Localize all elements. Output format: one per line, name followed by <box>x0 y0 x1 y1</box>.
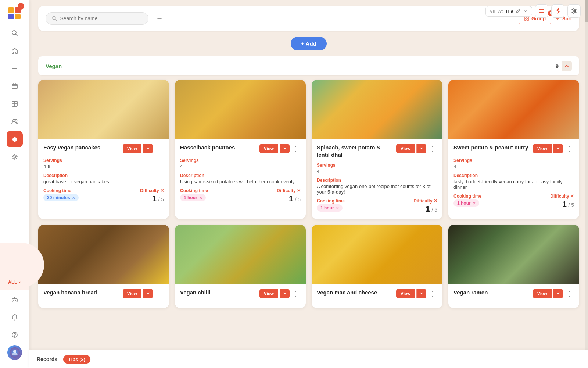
card-actions: View ⋮ <box>259 144 301 153</box>
card-more-menu[interactable]: ⋮ <box>154 145 164 153</box>
description-value: Using same-sized potatoes will help them… <box>180 179 301 184</box>
svg-line-5 <box>16 34 18 36</box>
edit-icon <box>516 8 521 14</box>
group-header: Vegan 9 <box>38 56 579 75</box>
cooking-time-section: Cooking time 30 minutes ✕ <box>43 188 140 201</box>
card-body: Easy vegan pancakes View ⋮ Servings 4-6 … <box>38 139 169 209</box>
view-dropdown[interactable] <box>280 289 290 298</box>
view-dropdown[interactable] <box>416 144 426 153</box>
sidebar-item-bell[interactable] <box>7 309 23 325</box>
search-input-wrap[interactable] <box>46 12 148 25</box>
card-more-menu[interactable]: ⋮ <box>291 290 301 298</box>
recipe-card: Vegan chilli View ⋮ <box>175 225 306 308</box>
card-actions: View ⋮ <box>396 289 437 298</box>
difficulty-label: Difficulty ✕ <box>277 188 301 193</box>
svg-rect-19 <box>12 298 17 302</box>
card-more-menu[interactable]: ⋮ <box>428 145 437 153</box>
user-avatar[interactable] <box>7 344 23 361</box>
view-value: Tile <box>505 8 513 14</box>
view-selector[interactable]: VIEW: Tile <box>485 6 532 17</box>
toolbar-flash-btn[interactable] <box>551 4 564 18</box>
view-button[interactable]: View <box>259 144 278 153</box>
sidebar-all-button[interactable]: ALL » <box>0 274 29 290</box>
svg-rect-3 <box>15 14 21 19</box>
view-dropdown[interactable] <box>416 289 426 298</box>
time-tag-close[interactable]: ✕ <box>336 206 339 210</box>
difficulty-section: Difficulty ✕ 1 / 5 <box>413 198 437 214</box>
svg-point-23 <box>14 297 15 298</box>
servings-value: 4-6 <box>43 164 164 169</box>
view-dropdown[interactable] <box>553 289 563 298</box>
recipe-card: Sweet potato & peanut curry View ⋮ Servi… <box>448 80 579 219</box>
sidebar-item-search[interactable] <box>7 25 23 41</box>
view-button[interactable]: View <box>533 289 552 298</box>
view-dropdown[interactable] <box>143 144 153 153</box>
cooking-time-section: Cooking time 1 hour ✕ <box>180 188 277 201</box>
sidebar-item-people[interactable] <box>7 113 23 130</box>
cards-grid: Easy vegan pancakes View ⋮ Servings 4-6 … <box>38 80 579 308</box>
recipe-card: Easy vegan pancakes View ⋮ Servings 4-6 … <box>38 80 169 219</box>
time-tag-close[interactable]: ✕ <box>72 196 75 200</box>
app-logo[interactable]: › <box>7 4 23 21</box>
toolbar-sliders-btn[interactable] <box>567 4 581 18</box>
svg-rect-43 <box>524 19 526 20</box>
svg-rect-9 <box>12 84 17 89</box>
view-button[interactable]: View <box>123 289 141 298</box>
toolbar-list-btn[interactable] <box>535 4 548 18</box>
sidebar-item-settings[interactable] <box>7 149 23 165</box>
sidebar-item-list[interactable] <box>7 60 23 77</box>
recipe-card: Spinach, sweet potato & lentil dhal View… <box>312 80 442 219</box>
difficulty-close[interactable]: ✕ <box>160 188 164 193</box>
view-dropdown[interactable] <box>143 289 153 298</box>
description-label: Description <box>43 173 164 178</box>
view-button[interactable]: View <box>123 144 141 153</box>
svg-rect-45 <box>527 19 529 20</box>
search-left <box>46 12 166 25</box>
svg-point-35 <box>574 10 576 12</box>
card-more-menu[interactable]: ⋮ <box>564 145 574 153</box>
card-image <box>312 225 442 284</box>
card-title-row: Vegan banana bread View ⋮ <box>43 289 164 298</box>
card-image <box>175 225 306 284</box>
difficulty-close[interactable]: ✕ <box>570 194 574 199</box>
cooking-time-label: Cooking time <box>317 198 413 204</box>
svg-point-36 <box>573 12 574 13</box>
add-button[interactable]: + Add <box>291 37 327 50</box>
sidebar-item-bot[interactable] <box>7 291 23 308</box>
sidebar-item-home[interactable] <box>7 43 23 59</box>
servings-value: 4 <box>453 164 574 169</box>
search-input[interactable] <box>60 15 142 21</box>
time-tag-close[interactable]: ✕ <box>473 201 476 205</box>
svg-rect-0 <box>8 7 14 13</box>
card-body: Sweet potato & peanut curry View ⋮ Servi… <box>448 139 579 214</box>
view-dropdown[interactable] <box>553 144 563 153</box>
card-more-menu[interactable]: ⋮ <box>428 290 437 298</box>
view-button[interactable]: View <box>396 144 415 153</box>
time-tag-close[interactable]: ✕ <box>199 196 202 200</box>
group-collapse-button[interactable] <box>562 61 572 71</box>
servings-value: 4 <box>317 169 437 174</box>
servings-value: 4 <box>180 164 301 169</box>
difficulty-close[interactable]: ✕ <box>434 198 437 204</box>
card-title: Sweet potato & peanut curry <box>453 144 528 151</box>
view-button[interactable]: View <box>259 289 278 298</box>
group-header-right: 9 <box>556 61 572 71</box>
filter-button[interactable] <box>153 12 166 25</box>
card-more-menu[interactable]: ⋮ <box>154 290 164 298</box>
search-icon <box>52 15 57 21</box>
card-more-menu[interactable]: ⋮ <box>564 290 574 298</box>
card-actions: View ⋮ <box>396 144 437 153</box>
difficulty-close[interactable]: ✕ <box>297 188 301 193</box>
view-dropdown[interactable] <box>280 144 290 153</box>
top-toolbar: VIEW: Tile <box>485 4 581 18</box>
tips-badge[interactable]: Tips (3) <box>63 355 90 364</box>
sidebar-item-calendar[interactable] <box>7 78 23 94</box>
sidebar-item-fire[interactable] <box>7 131 23 147</box>
view-button[interactable]: View <box>533 144 552 153</box>
view-button[interactable]: View <box>396 289 415 298</box>
sidebar-item-help[interactable] <box>7 327 23 343</box>
card-title-row: Spinach, sweet potato & lentil dhal View… <box>317 144 437 158</box>
sidebar-item-table[interactable] <box>7 96 23 112</box>
card-more-menu[interactable]: ⋮ <box>291 145 301 153</box>
card-image <box>312 80 442 139</box>
